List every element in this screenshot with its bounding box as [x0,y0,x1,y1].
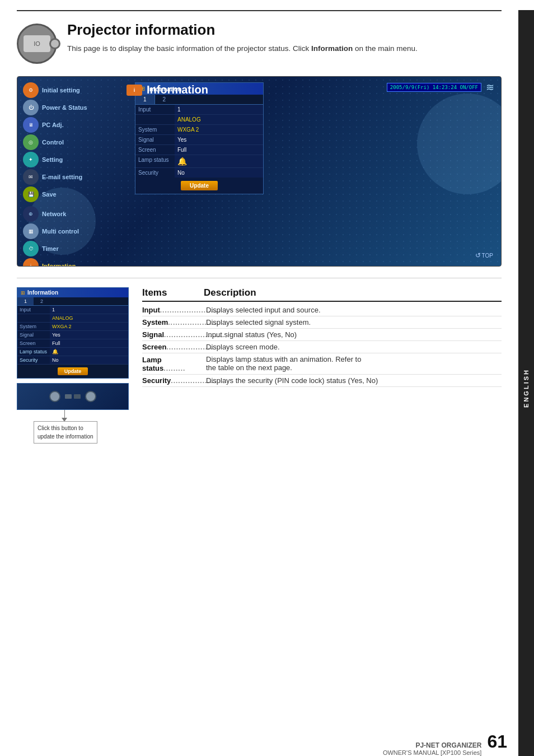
small-panel: ⊞ Information 1 2 Input 1 [17,287,129,450]
info-row-signal: Signal Yes [135,135,263,145]
desc-link: Information [311,44,353,53]
update-btn-wrap: Update [135,178,263,194]
sidebar-item-control[interactable]: ◎ Control [23,134,87,150]
sidebar-label-save: Save [42,191,57,198]
bottom-circle-2 [85,391,96,402]
desc-text-screen: Displays screen mode. [204,343,502,351]
screenshot-box: i Information 2005/9/9(Fri) 14:23:24 ON/… [17,76,502,267]
top-button-icon: ↺ [475,251,481,259]
small-label-analog [17,314,50,322]
small-table: Input 1 ANALOG System WXGA 2 Signal [17,306,128,365]
small-update-wrap: Update [17,365,128,378]
screenshot-title-text: Information [147,83,208,96]
sidebar-icon-multi: ▦ [23,223,39,239]
sidebar-item-information[interactable]: i Information [23,258,87,267]
desc-item-lamp: Lamp status......... [142,355,204,372]
small-panel-inner: ⊞ Information 1 2 Input 1 [17,287,129,379]
desc-text-system: Displays selected signal system. [204,318,502,326]
small-panel-icon: ⊞ [21,290,25,296]
projector-icon: IO [17,24,57,64]
info-label-input: Input [135,105,175,114]
info-label-security: Security [135,168,175,178]
info-label-screen: Screen [135,145,175,155]
sidebar-item-pcadj[interactable]: 🖥 PC Adj. [23,117,87,133]
sidebar-item-setting[interactable]: ✦ Setting [23,152,87,167]
desc-header: Items Description [142,287,502,302]
desc-section: Items Description Input.................… [142,287,502,387]
callout-arrow-wrapper [62,410,67,422]
callout-box: Click this button to update the informat… [34,421,97,444]
page-description: This page is to display the basic inform… [67,43,502,54]
sidebar-item-network[interactable]: ⊕ Network [23,206,87,222]
small-panel-bottom: Click this button to update the informat… [17,383,129,450]
info-value-analog: ANALOG [175,115,263,124]
sidebar-icon-power: ⏻ [23,100,39,115]
info-row-system: System WXGA 2 [135,125,263,135]
small-tab-1[interactable]: 1 [17,297,34,305]
info-panel: ⊞ Information 1 2 Input 1 ANALOG [135,82,264,194]
info-value-system: WXGA 2 [175,125,263,134]
small-row-input: Input 1 [17,306,128,314]
screenshot-title: i Information [127,83,208,96]
header-section: IO Projector information This page is to… [0,11,518,71]
info-row-input: Input 1 [135,105,263,115]
bottom-rect-2 [74,394,81,399]
info-label-analog [135,115,175,124]
update-button[interactable]: Update [181,181,218,190]
deco-circle-1 [417,94,501,194]
info-label-system: System [135,125,175,134]
sidebar-icon-information: i [23,258,39,267]
wifi-icon: ≋ [486,81,494,94]
sidebar-icon-initial: ⚙ [23,82,39,98]
info-value-signal: Yes [175,135,263,144]
sidebar-item-multi[interactable]: ▦ Multi control [23,223,87,239]
footer-sub: OWNER'S MANUAL [XP100 Series] [383,749,482,756]
sidebar-icon-control: ◎ [23,134,39,150]
desc-text-lamp: Displays lamp status with an animation. … [204,355,502,372]
header-text: Projector information This page is to di… [67,21,502,54]
small-value-input: 1 [50,306,128,314]
desc-text-input: Displays selected input and source. [204,306,502,314]
info-row-analog: ANALOG [135,115,263,125]
small-panel-bottom-img [17,383,129,410]
desc-item-security: Security................... [142,376,204,385]
sidebar-item-save[interactable]: 💾 Save [23,186,87,202]
sidebar-icon-email: ✉ [23,169,39,185]
top-button[interactable]: ↺ TOP [475,251,493,259]
small-panel-title: Information [27,290,58,296]
sidebar-item-timer[interactable]: ⏱ Timer [23,241,87,256]
small-label-lamp: Lamp status [17,348,50,356]
desc-item-input: Input......................... [142,306,204,314]
info-table: Input 1 ANALOG System WXGA 2 Signal Yes [135,105,263,178]
sidebar-label-power: Power & Status [42,104,87,111]
callout-line [64,410,65,418]
desc-item-screen: Screen.................... [142,343,204,351]
datetime-badge: 2005/9/9(Fri) 14:23:24 ON/OFF [387,83,481,92]
bottom-rect-1 [65,394,72,399]
sidebar-label-information: Information [42,263,76,267]
desc-item-system: System..................... [142,318,204,326]
info-title-icon: i [127,85,142,96]
sidebar-label-pcadj: PC Adj. [42,122,64,128]
sidebar-item-power[interactable]: ⏻ Power & Status [23,100,87,115]
sidebar-icon-pcadj: 🖥 [23,117,39,133]
sidebar: ⚙ Initial setting ⏻ Power & Status 🖥 PC … [23,82,87,267]
sidebar-label-setting: Setting [42,156,63,163]
small-label-signal: Signal [17,331,50,339]
small-tab-2[interactable]: 2 [34,297,50,305]
desc-after: on the main menu. [353,44,418,53]
small-value-screen: Full [50,339,128,347]
small-label-system: System [17,323,50,330]
sidebar-item-initial[interactable]: ⚙ Initial setting [23,82,87,98]
sidebar-label-control: Control [42,139,64,146]
sidebar-icon-setting: ✦ [23,152,39,167]
small-value-system: WXGA 2 [50,323,128,330]
sidebar-item-email[interactable]: ✉ E-mail setting [23,169,87,185]
desc-row-lamp: Lamp status......... Displays lamp statu… [142,353,502,375]
small-update-button[interactable]: Update [58,367,88,375]
small-row-system: System WXGA 2 [17,323,128,331]
desc-row-system: System..................... Displays sel… [142,316,502,329]
col-items-label: Items [142,287,204,298]
callout-line2: update the information [38,433,93,440]
bottom-circle-1 [49,391,60,402]
